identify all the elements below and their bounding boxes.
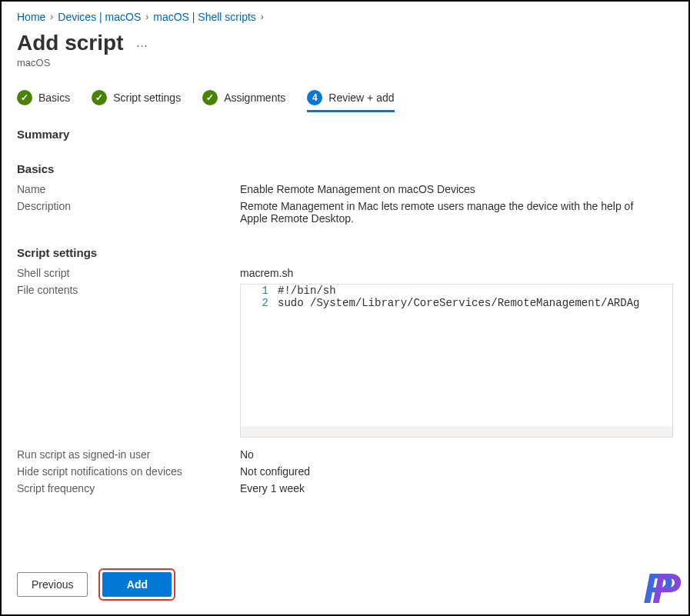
shell-script-label: Shell script	[17, 267, 240, 279]
code-line-1: #!/bin/sh	[278, 285, 336, 297]
page-subtitle: macOS	[17, 57, 673, 68]
description-label: Description	[17, 200, 240, 212]
horizontal-scrollbar[interactable]	[241, 426, 672, 437]
check-icon: ✓	[202, 90, 218, 105]
basics-heading: Basics	[17, 162, 673, 175]
breadcrumb-scripts[interactable]: macOS | Shell scripts	[153, 11, 256, 23]
script-settings-heading: Script settings	[17, 246, 673, 259]
breadcrumb: Home › Devices | macOS › macOS | Shell s…	[17, 11, 673, 23]
tab-review-add[interactable]: 4 Review + add	[307, 90, 394, 112]
shell-script-value: macrem.sh	[240, 267, 673, 279]
name-label: Name	[17, 183, 240, 195]
tab-label: Assignments	[224, 92, 285, 104]
tab-basics[interactable]: ✓ Basics	[17, 90, 70, 112]
file-contents-label: File contents	[17, 284, 240, 296]
wizard-tabs: ✓ Basics ✓ Script settings ✓ Assignments…	[17, 90, 673, 112]
script-frequency-label: Script frequency	[17, 482, 240, 494]
tab-label: Basics	[38, 92, 70, 104]
file-contents-code: 1 #!/bin/sh 2 sudo /System/Library/CoreS…	[240, 284, 673, 438]
chevron-right-icon: ›	[50, 12, 53, 22]
run-signed-in-label: Run script as signed-in user	[17, 448, 240, 461]
previous-button[interactable]: Previous	[17, 572, 88, 597]
description-value: Remote Management in Mac lets remote use…	[240, 200, 640, 225]
check-icon: ✓	[92, 90, 107, 105]
run-signed-in-value: No	[240, 448, 673, 461]
wizard-footer: Previous Add	[17, 568, 175, 601]
name-value: Enable Remote Management on macOS Device…	[240, 183, 673, 195]
add-button[interactable]: Add	[102, 572, 172, 597]
tab-label: Review + add	[328, 92, 394, 104]
tab-assignments[interactable]: ✓ Assignments	[202, 90, 285, 112]
code-line-2: sudo /System/Library/CoreServices/Remote…	[278, 297, 639, 309]
breadcrumb-devices[interactable]: Devices | macOS	[58, 11, 141, 23]
chevron-right-icon: ›	[145, 12, 148, 22]
step-number-icon: 4	[307, 90, 322, 105]
highlight-annotation: Add	[98, 568, 175, 601]
hide-notifications-label: Hide script notifications on devices	[17, 465, 240, 478]
tab-script-settings[interactable]: ✓ Script settings	[92, 90, 181, 112]
check-icon: ✓	[17, 90, 32, 105]
page-title: Add script	[17, 31, 123, 55]
breadcrumb-home[interactable]: Home	[17, 11, 45, 23]
summary-heading: Summary	[17, 128, 673, 141]
more-actions-icon[interactable]: …	[135, 36, 149, 50]
tab-label: Script settings	[113, 92, 181, 104]
script-frequency-value: Every 1 week	[240, 482, 673, 494]
chevron-right-icon: ›	[261, 12, 264, 22]
hide-notifications-value: Not configured	[240, 465, 673, 478]
line-number: 2	[241, 297, 278, 309]
watermark-logo: PP	[643, 567, 681, 610]
line-number: 1	[241, 285, 278, 297]
